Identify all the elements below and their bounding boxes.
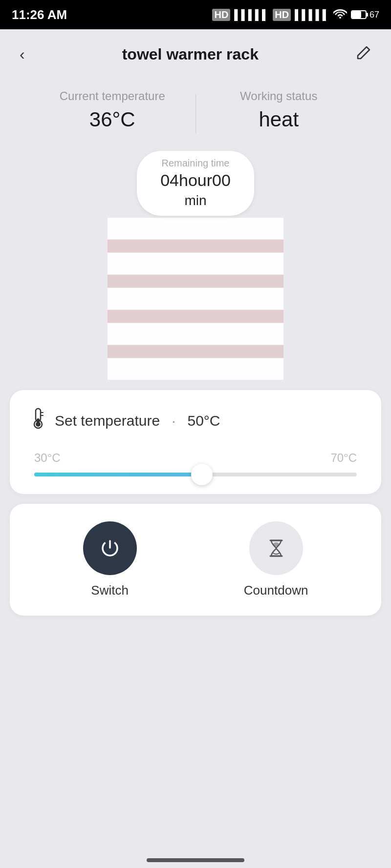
svg-rect-6 bbox=[37, 418, 40, 424]
controls-card: Switch Countdown bbox=[10, 504, 381, 616]
battery-percent: 67 bbox=[369, 10, 379, 20]
current-temp-label: Current temperature bbox=[29, 89, 196, 103]
countdown-button[interactable] bbox=[249, 521, 303, 575]
towel-bar-warm-3 bbox=[108, 310, 283, 323]
svg-point-11 bbox=[273, 542, 279, 546]
status-bar: 11:26 AM HD ▌▌▌▌▌ HD ▌▌▌▌▌ 67 bbox=[0, 0, 391, 29]
hourglass-icon bbox=[265, 537, 287, 559]
stats-section: Current temperature 36°C Working status … bbox=[0, 80, 391, 143]
signal-bars-1: ▌▌▌▌▌ bbox=[234, 9, 269, 21]
temp-card-header: Set temperature · 50°C bbox=[29, 408, 362, 434]
working-status-stat: Working status heat bbox=[196, 89, 362, 131]
slider-thumb[interactable] bbox=[191, 464, 213, 485]
home-indicator bbox=[147, 858, 244, 862]
current-temp-stat: Current temperature 36°C bbox=[29, 89, 196, 131]
temp-max-label: 70°C bbox=[330, 451, 357, 465]
countdown-control[interactable]: Countdown bbox=[244, 521, 308, 598]
slider-fill bbox=[34, 473, 202, 476]
towel-bar-warm-2 bbox=[108, 275, 283, 288]
countdown-label: Countdown bbox=[244, 583, 308, 598]
towel-bar-4 bbox=[108, 323, 283, 345]
towel-bars-inner bbox=[108, 218, 283, 380]
battery-icon: 67 bbox=[351, 10, 379, 20]
working-status-label: Working status bbox=[196, 89, 362, 103]
set-temp-value: 50°C bbox=[187, 413, 220, 429]
slider-labels: 30°C 70°C bbox=[34, 451, 357, 465]
temp-min-label: 30°C bbox=[34, 451, 61, 465]
temperature-slider[interactable] bbox=[34, 473, 357, 476]
edit-button[interactable] bbox=[352, 41, 375, 68]
working-status-value: heat bbox=[196, 108, 362, 131]
wifi-icon bbox=[333, 8, 347, 21]
temperature-card: Set temperature · 50°C 30°C 70°C bbox=[10, 390, 381, 494]
svg-rect-1 bbox=[352, 11, 361, 18]
back-button[interactable]: ‹ bbox=[16, 41, 29, 67]
app-header: ‹ towel warmer rack bbox=[0, 29, 391, 80]
towel-bar-2 bbox=[108, 253, 283, 274]
remaining-time-wrapper: Remaining time 04hour00 min bbox=[0, 151, 391, 216]
hd-badge-1: HD bbox=[212, 9, 230, 21]
power-icon bbox=[98, 536, 122, 560]
towel-bar-warm-1 bbox=[108, 240, 283, 252]
towel-bar-3 bbox=[108, 288, 283, 310]
switch-label: Switch bbox=[91, 583, 129, 598]
switch-button[interactable] bbox=[83, 521, 137, 575]
towel-bars-visual bbox=[0, 218, 391, 380]
status-icons: HD ▌▌▌▌▌ HD ▌▌▌▌▌ 67 bbox=[212, 8, 379, 21]
towel-bar-5 bbox=[108, 358, 283, 380]
towel-bar-warm-4 bbox=[108, 345, 283, 358]
remaining-time-value: 04hour00 min bbox=[160, 171, 231, 209]
current-temp-value: 36°C bbox=[29, 108, 196, 131]
set-temp-label: Set temperature bbox=[55, 413, 160, 429]
switch-control[interactable]: Switch bbox=[83, 521, 137, 598]
remaining-time-label: Remaining time bbox=[160, 158, 231, 169]
temperature-slider-container: 30°C 70°C bbox=[29, 451, 362, 476]
remaining-time-pill: Remaining time 04hour00 min bbox=[137, 151, 254, 216]
hd-badge-2: HD bbox=[273, 9, 291, 21]
thermometer-icon bbox=[29, 408, 47, 434]
towel-bar-1 bbox=[108, 218, 283, 239]
page-title: towel warmer rack bbox=[122, 45, 259, 63]
svg-rect-2 bbox=[367, 13, 368, 17]
status-time: 11:26 AM bbox=[12, 7, 67, 22]
signal-bars-2: ▌▌▌▌▌ bbox=[295, 9, 329, 21]
temp-dot: · bbox=[172, 413, 175, 429]
